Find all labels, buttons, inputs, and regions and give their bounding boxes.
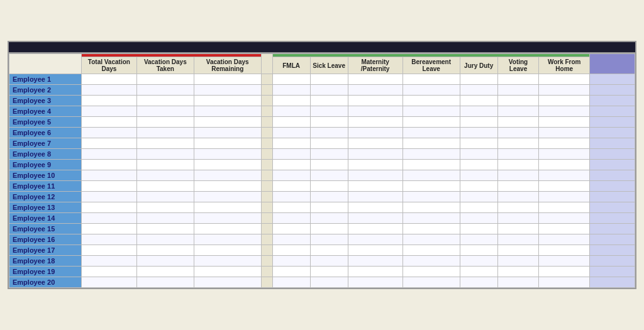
data-cell[interactable] — [272, 106, 310, 117]
data-cell[interactable] — [497, 106, 539, 117]
data-cell[interactable] — [310, 85, 348, 96]
data-cell[interactable] — [194, 106, 261, 117]
data-cell[interactable] — [497, 245, 539, 256]
data-cell[interactable] — [402, 106, 460, 117]
data-cell[interactable] — [348, 138, 402, 149]
total-absences-cell[interactable] — [590, 85, 635, 96]
data-cell[interactable] — [194, 234, 261, 245]
data-cell[interactable] — [310, 256, 348, 267]
data-cell[interactable] — [348, 277, 402, 288]
data-cell[interactable] — [539, 224, 590, 234]
data-cell[interactable] — [82, 117, 137, 128]
data-cell[interactable] — [460, 160, 497, 170]
total-absences-cell[interactable] — [590, 149, 635, 160]
data-cell[interactable] — [310, 138, 348, 149]
data-cell[interactable] — [272, 256, 310, 267]
data-cell[interactable] — [310, 277, 348, 288]
data-cell[interactable] — [497, 256, 539, 267]
data-cell[interactable] — [136, 138, 194, 149]
data-cell[interactable] — [497, 192, 539, 202]
data-cell[interactable] — [136, 106, 194, 117]
data-cell[interactable] — [460, 106, 497, 117]
data-cell[interactable] — [460, 149, 497, 160]
data-cell[interactable] — [310, 170, 348, 181]
data-cell[interactable] — [136, 117, 194, 128]
data-cell[interactable] — [272, 160, 310, 170]
data-cell[interactable] — [539, 170, 590, 181]
data-cell[interactable] — [402, 128, 460, 138]
total-absences-cell[interactable] — [590, 192, 635, 202]
data-cell[interactable] — [194, 256, 261, 267]
data-cell[interactable] — [272, 277, 310, 288]
data-cell[interactable] — [310, 192, 348, 202]
data-cell[interactable] — [82, 224, 137, 234]
data-cell[interactable] — [539, 160, 590, 170]
data-cell[interactable] — [272, 149, 310, 160]
total-absences-cell[interactable] — [590, 213, 635, 224]
data-cell[interactable] — [272, 74, 310, 85]
data-cell[interactable] — [497, 181, 539, 192]
data-cell[interactable] — [497, 138, 539, 149]
data-cell[interactable] — [348, 149, 402, 160]
total-absences-cell[interactable] — [590, 245, 635, 256]
data-cell[interactable] — [402, 202, 460, 213]
data-cell[interactable] — [272, 267, 310, 277]
data-cell[interactable] — [539, 213, 590, 224]
data-cell[interactable] — [310, 117, 348, 128]
data-cell[interactable] — [136, 234, 194, 245]
data-cell[interactable] — [348, 85, 402, 96]
data-cell[interactable] — [539, 128, 590, 138]
data-cell[interactable] — [82, 192, 137, 202]
data-cell[interactable] — [82, 85, 137, 96]
data-cell[interactable] — [272, 85, 310, 96]
data-cell[interactable] — [310, 267, 348, 277]
data-cell[interactable] — [310, 234, 348, 245]
data-cell[interactable] — [402, 96, 460, 106]
total-absences-cell[interactable] — [590, 74, 635, 85]
total-absences-cell[interactable] — [590, 106, 635, 117]
data-cell[interactable] — [82, 149, 137, 160]
data-cell[interactable] — [136, 277, 194, 288]
data-cell[interactable] — [497, 234, 539, 245]
data-cell[interactable] — [539, 96, 590, 106]
total-absences-cell[interactable] — [590, 138, 635, 149]
data-cell[interactable] — [497, 170, 539, 181]
data-cell[interactable] — [402, 245, 460, 256]
data-cell[interactable] — [348, 224, 402, 234]
data-cell[interactable] — [402, 277, 460, 288]
data-cell[interactable] — [460, 74, 497, 85]
total-absences-cell[interactable] — [590, 96, 635, 106]
data-cell[interactable] — [310, 96, 348, 106]
data-cell[interactable] — [539, 267, 590, 277]
data-cell[interactable] — [539, 74, 590, 85]
data-cell[interactable] — [194, 170, 261, 181]
data-cell[interactable] — [402, 224, 460, 234]
data-cell[interactable] — [497, 128, 539, 138]
data-cell[interactable] — [348, 202, 402, 213]
data-cell[interactable] — [136, 128, 194, 138]
data-cell[interactable] — [348, 245, 402, 256]
data-cell[interactable] — [82, 181, 137, 192]
data-cell[interactable] — [194, 277, 261, 288]
data-cell[interactable] — [460, 234, 497, 245]
data-cell[interactable] — [136, 267, 194, 277]
data-cell[interactable] — [272, 192, 310, 202]
data-cell[interactable] — [348, 74, 402, 85]
data-cell[interactable] — [310, 74, 348, 85]
data-cell[interactable] — [82, 96, 137, 106]
data-cell[interactable] — [402, 267, 460, 277]
data-cell[interactable] — [272, 181, 310, 192]
data-cell[interactable] — [497, 74, 539, 85]
data-cell[interactable] — [272, 170, 310, 181]
data-cell[interactable] — [272, 234, 310, 245]
data-cell[interactable] — [136, 85, 194, 96]
data-cell[interactable] — [136, 256, 194, 267]
data-cell[interactable] — [497, 267, 539, 277]
data-cell[interactable] — [497, 149, 539, 160]
data-cell[interactable] — [310, 213, 348, 224]
data-cell[interactable] — [348, 256, 402, 267]
data-cell[interactable] — [82, 245, 137, 256]
data-cell[interactable] — [460, 96, 497, 106]
data-cell[interactable] — [194, 149, 261, 160]
data-cell[interactable] — [460, 85, 497, 96]
